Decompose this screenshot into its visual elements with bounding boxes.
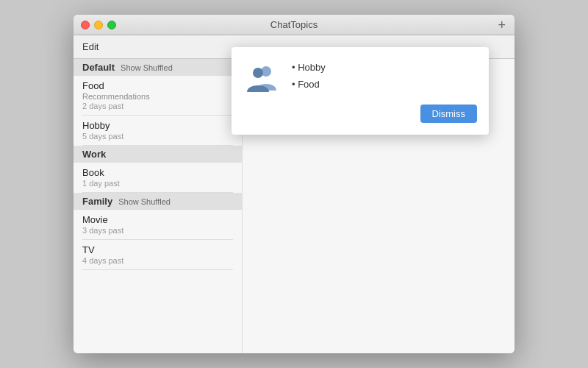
window-title: ChatTopics xyxy=(270,19,318,30)
list-item-tv[interactable]: TV 4 days past xyxy=(74,240,242,269)
item-sub-food: Recommendations xyxy=(82,92,233,101)
group-label-family: Family xyxy=(82,196,112,207)
item-name-book: Book xyxy=(82,167,233,178)
group-people-icon xyxy=(243,59,280,96)
item-time-tv: 4 days past xyxy=(82,256,233,268)
group-header-default: Default Show Shuffled xyxy=(74,59,242,76)
show-shuffled-family[interactable]: Show Shuffled xyxy=(118,197,171,206)
divider xyxy=(82,269,233,270)
group-header-work: Work xyxy=(74,146,242,163)
list-item-food[interactable]: Food Recommendations 2 days past xyxy=(74,76,242,115)
popup-topic-2: • Food xyxy=(292,76,477,93)
popup: • Hobby • Food Dismiss xyxy=(232,59,489,135)
dismiss-button[interactable]: Dismiss xyxy=(420,105,478,123)
item-time-book: 1 day past xyxy=(82,179,233,191)
popup-topics: • Hobby • Food xyxy=(292,59,477,93)
item-name-tv: TV xyxy=(82,244,233,255)
item-time-hobby: 5 days past xyxy=(82,132,233,144)
group-label-default: Default xyxy=(82,62,115,73)
close-button[interactable] xyxy=(81,21,90,29)
group-label-work: Work xyxy=(82,149,106,160)
content-area: Default Show Shuffled Food Recommendatio… xyxy=(74,59,514,353)
title-bar: ChatTopics + xyxy=(74,15,514,35)
item-time-movie: 3 days past xyxy=(82,226,233,238)
list-item-book[interactable]: Book 1 day past xyxy=(74,163,242,192)
add-button[interactable]: + xyxy=(498,18,506,32)
popup-content: • Hobby • Food xyxy=(243,59,477,96)
svg-point-1 xyxy=(253,68,263,78)
list-panel: Default Show Shuffled Food Recommendatio… xyxy=(74,59,243,353)
group-header-family: Family Show Shuffled xyxy=(74,193,242,210)
item-name-movie: Movie xyxy=(82,214,233,225)
popup-topic-1: • Hobby xyxy=(292,59,477,76)
list-item-hobby[interactable]: Hobby 5 days past xyxy=(74,116,242,145)
item-name-food: Food xyxy=(82,80,233,91)
minimize-button[interactable] xyxy=(94,21,103,29)
list-item-movie[interactable]: Movie 3 days past xyxy=(74,210,242,239)
app-window: ChatTopics + Edit Default Show Shuffled … xyxy=(74,15,514,353)
show-shuffled-default[interactable]: Show Shuffled xyxy=(121,63,173,72)
item-time-food: 2 days past xyxy=(82,102,233,113)
item-name-hobby: Hobby xyxy=(82,120,233,131)
edit-button[interactable]: Edit xyxy=(82,41,98,52)
traffic-lights xyxy=(81,21,116,29)
maximize-button[interactable] xyxy=(107,21,116,29)
popup-footer: Dismiss xyxy=(243,105,477,123)
